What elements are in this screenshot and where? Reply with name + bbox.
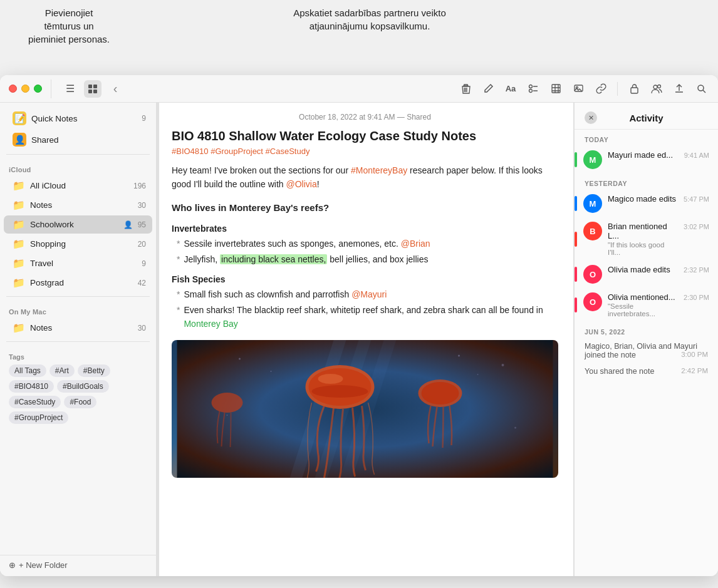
sidebar-item-travel[interactable]: 📁 Travel 9 bbox=[4, 254, 152, 272]
mention-mayuri[interactable]: @Mayuri bbox=[351, 289, 387, 299]
sidebar-item-shared[interactable]: 👤 Shared bbox=[4, 130, 152, 150]
activity-item-mayuri[interactable]: M Mayuri made ed... 9:41 AM bbox=[575, 146, 718, 173]
compose-icon[interactable] bbox=[479, 80, 497, 98]
tag-bio4810[interactable]: #BIO4810 bbox=[9, 380, 54, 393]
note-content: October 18, 2022 at 9:41 AM — Shared BIO… bbox=[157, 103, 574, 576]
titlebar: ☰ ‹ Aa bbox=[0, 75, 718, 103]
svg-rect-1 bbox=[93, 85, 97, 88]
svg-point-34 bbox=[477, 374, 479, 375]
activity-name-olivia1: Olivia made edits bbox=[608, 265, 678, 274]
divider-mac bbox=[6, 296, 150, 297]
activity-item-olivia1[interactable]: O Olivia made edits 2:32 PM bbox=[575, 260, 718, 288]
activity-close-button[interactable]: ✕ bbox=[585, 111, 597, 124]
tag-casestudy[interactable]: #CaseStudy bbox=[9, 396, 61, 408]
tags-container: All Tags #Art #Betty #BIO4810 #BuildGoal… bbox=[9, 364, 150, 424]
toolbar-separator bbox=[617, 82, 618, 96]
tag-groupproject[interactable]: #GroupProject bbox=[9, 411, 68, 424]
sidebar-item-quick-notes[interactable]: 📝 Quick Notes 9 bbox=[4, 108, 152, 128]
tag-buildgoals[interactable]: #BuildGoals bbox=[57, 380, 109, 393]
activity-time-brian: 3:02 PM bbox=[684, 223, 709, 230]
activity-item-olivia2[interactable]: O Olivia mentioned... "Sessile invertebr… bbox=[575, 288, 718, 322]
activity-item-shared: You shared the note 2:42 PM bbox=[575, 363, 718, 379]
tag-betty[interactable]: #Betty bbox=[78, 364, 110, 377]
svg-point-37 bbox=[514, 426, 516, 428]
svg-rect-15 bbox=[631, 88, 638, 93]
mention-olivia[interactable]: @Olivia bbox=[286, 179, 316, 189]
checklist-icon[interactable] bbox=[524, 80, 542, 98]
note-heading-1: Who lives in Monterey Bay's reefs? bbox=[172, 200, 558, 215]
collaborators-icon[interactable] bbox=[648, 80, 665, 98]
sidebar-item-notes-mac[interactable]: 📁 Notes 30 bbox=[4, 319, 152, 337]
activity-name-mayuri: Mayuri made ed... bbox=[608, 150, 679, 160]
svg-rect-8 bbox=[552, 85, 560, 93]
list-view-icon[interactable]: ☰ bbox=[61, 80, 79, 98]
section-mac: On My Mac bbox=[0, 301, 156, 318]
activity-indicator-green bbox=[575, 152, 577, 167]
sidebar: 📝 Quick Notes 9 👤 Shared iCloud 📁 All iC… bbox=[0, 103, 157, 576]
left-accent-bar bbox=[157, 103, 159, 576]
activity-time-magico: 5:47 PM bbox=[684, 195, 709, 203]
svg-point-32 bbox=[271, 371, 272, 372]
tag-food[interactable]: #Food bbox=[64, 396, 96, 408]
notes-icloud-folder-icon: 📁 bbox=[13, 199, 25, 211]
travel-folder-icon: 📁 bbox=[13, 257, 25, 269]
sidebar-item-schoolwork[interactable]: 📁 Schoolwork 👤 95 bbox=[4, 215, 152, 234]
close-button[interactable] bbox=[9, 85, 17, 93]
tags-section-title: Tags bbox=[9, 348, 150, 361]
sidebar-item-postgrad[interactable]: 📁 Postgrad 42 bbox=[4, 274, 152, 292]
delete-icon[interactable] bbox=[457, 80, 474, 98]
svg-point-18 bbox=[698, 85, 704, 91]
tag-all[interactable]: All Tags bbox=[9, 364, 46, 377]
note-tags[interactable]: #BIO4810 #GroupProject #CaseStudy bbox=[172, 147, 558, 156]
link-monterey-bay[interactable]: #MontereyBay bbox=[351, 165, 407, 175]
sidebar-item-notes-icloud[interactable]: 📁 Notes 30 bbox=[4, 196, 152, 214]
jellyfish-illustration bbox=[172, 340, 558, 478]
svg-point-33 bbox=[458, 354, 460, 356]
search-icon[interactable] bbox=[693, 80, 710, 98]
avatar-olivia1: O bbox=[583, 265, 602, 284]
back-icon[interactable]: ‹ bbox=[107, 80, 124, 98]
svg-line-19 bbox=[703, 90, 705, 93]
svg-point-36 bbox=[227, 415, 228, 416]
notes-mac-folder-icon: 📁 bbox=[13, 322, 25, 334]
link-icon[interactable] bbox=[592, 80, 610, 98]
activity-item-brian[interactable]: B Brian mentioned L... "If this looks go… bbox=[575, 217, 718, 260]
media-icon[interactable] bbox=[570, 80, 587, 98]
tags-section: Tags All Tags #Art #Betty #BIO4810 #Buil… bbox=[0, 346, 156, 429]
svg-point-29 bbox=[422, 382, 459, 405]
note-title: BIO 4810 Shallow Water Ecology Case Stud… bbox=[172, 128, 558, 144]
svg-rect-2 bbox=[88, 90, 92, 93]
fullscreen-button[interactable] bbox=[34, 85, 42, 93]
titlebar-divider bbox=[51, 80, 51, 98]
new-folder-icon: ⊕ bbox=[9, 560, 16, 570]
share-icon[interactable] bbox=[670, 80, 688, 98]
activity-indicator-olivia1 bbox=[575, 267, 577, 282]
note-meta: October 18, 2022 at 9:41 AM — Shared bbox=[172, 113, 558, 121]
format-text-icon[interactable]: Aa bbox=[502, 80, 519, 98]
main-window: ☰ ‹ Aa bbox=[0, 75, 718, 576]
sidebar-item-all-icloud[interactable]: 📁 All iCloud 196 bbox=[4, 177, 152, 195]
highlight-black-sea-nettles: including black sea nettles, bbox=[220, 254, 327, 264]
traffic-lights bbox=[0, 85, 48, 93]
new-folder-button[interactable]: ⊕ + New Folder bbox=[9, 560, 147, 570]
activity-item-magico[interactable]: M Magico made edits 5:47 PM bbox=[575, 190, 718, 217]
mention-brian[interactable]: @Brian bbox=[401, 239, 430, 249]
divider-tags bbox=[6, 341, 150, 342]
shopping-folder-icon: 📁 bbox=[13, 238, 25, 250]
note-toolbar: ☰ ‹ Aa bbox=[54, 80, 718, 98]
lock-icon[interactable] bbox=[625, 80, 643, 98]
activity-time-olivia2: 2:30 PM bbox=[684, 294, 709, 301]
tag-art[interactable]: #Art bbox=[49, 364, 75, 377]
svg-point-16 bbox=[653, 85, 657, 89]
sidebar-item-shopping[interactable]: 📁 Shopping 20 bbox=[4, 235, 152, 253]
activity-name-olivia2: Olivia mentioned... bbox=[608, 292, 678, 302]
activity-indicator-brian bbox=[575, 232, 577, 247]
bullet-item-2: * Jellyfish, including black sea nettles… bbox=[172, 252, 558, 266]
link-monterey-bay-text[interactable]: Monterey Bay bbox=[184, 319, 237, 329]
table-icon[interactable] bbox=[547, 80, 565, 98]
minimize-button[interactable] bbox=[21, 85, 29, 93]
svg-rect-3 bbox=[93, 90, 97, 93]
callout-top-left: Pievienojiet tēmturus un pieminiet perso… bbox=[6, 6, 132, 46]
grid-view-icon[interactable] bbox=[84, 80, 101, 98]
svg-point-31 bbox=[239, 358, 241, 359]
